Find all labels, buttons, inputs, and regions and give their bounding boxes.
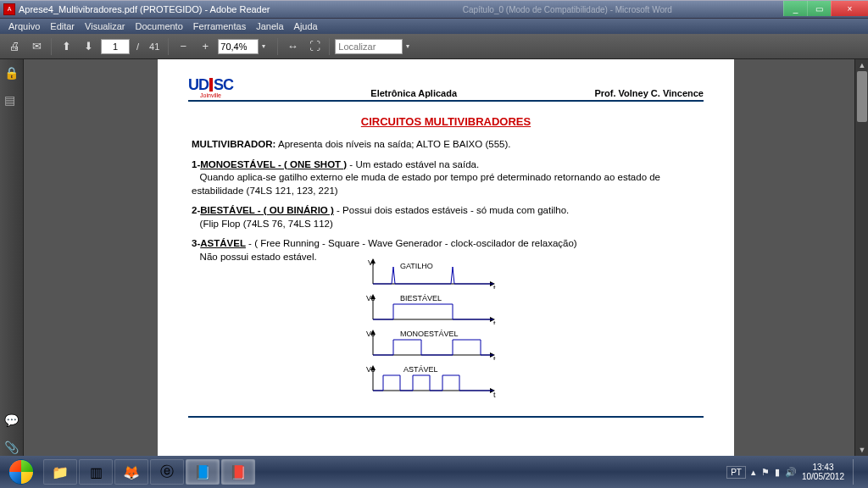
maximize-button[interactable]: ▭ [807, 1, 831, 16]
paragraph-biestavel: 2-BIESTÁVEL - ( OU BINÁRIO ) - Possui do… [192, 204, 704, 230]
svg-text:ASTÁVEL: ASTÁVEL [403, 365, 438, 374]
waveform-astavel: Vo ASTÁVEL t [366, 365, 704, 399]
window-title: Aprese4_Multivibradores.pdf (PROTEGIDO) … [19, 4, 270, 14]
toolbar-separator [329, 38, 330, 55]
scrollbar-thumb[interactable] [857, 71, 867, 122]
svg-text:t: t [493, 319, 496, 324]
paragraph-multivibrador: MULTIVIBRADOR: Apresenta dois níveis na … [192, 138, 704, 152]
comment-icon[interactable]: 💬 [4, 413, 19, 429]
menu-editar[interactable]: Editar [45, 21, 80, 31]
taskbar-adobe-reader[interactable]: 📕 [221, 459, 255, 485]
header-course: Eletrônica Aplicada [233, 88, 594, 98]
minimize-button[interactable]: _ [783, 1, 807, 16]
fit-page-button[interactable]: ⛶ [305, 37, 324, 56]
lock-icon[interactable]: 🔒 [4, 66, 19, 81]
zoom-out-button[interactable]: − [174, 37, 192, 56]
main-area: 🔒 ▤ 💬 📎 UDSC Joinville Eletrônica Aplica… [0, 59, 868, 456]
page-down-button[interactable]: ⬇ [79, 37, 97, 56]
page-up-button[interactable]: ⬆ [57, 37, 75, 56]
pdf-icon: A [3, 3, 15, 15]
print-button[interactable]: 🖨 [5, 37, 24, 56]
system-tray: PT ▴ ⚑ ▮ 🔊 13:43 10/05/2012 [721, 459, 865, 485]
email-button[interactable]: ✉ [27, 37, 46, 56]
language-indicator[interactable]: PT [726, 466, 746, 479]
scroll-down-icon[interactable]: ▼ [855, 444, 868, 456]
svg-text:t: t [493, 391, 496, 399]
pages-panel-icon[interactable]: ▤ [4, 93, 19, 108]
paragraph-monoestavel: 1-MONOESTÁVEL - ( ONE SHOT ) - Um estado… [192, 158, 704, 198]
vertical-scrollbar[interactable]: ▲ ▼ [854, 59, 868, 456]
waveform-diagrams: Vi GATILHO t Vo BIESTÁVEL [366, 258, 704, 399]
page-footer-line [188, 416, 704, 418]
attachment-icon[interactable]: 📎 [4, 441, 19, 456]
page-separator: / [133, 42, 142, 52]
tray-volume-icon[interactable]: 🔊 [785, 467, 797, 478]
svg-text:t: t [493, 284, 496, 289]
toolbar: 🖨 ✉ ⬆ ⬇ / 41 − + ▾ ↔ ⛶ ▾ [0, 34, 868, 59]
background-window-title: Capítulo_0 (Modo de Compatibilidade) - M… [463, 5, 672, 14]
menu-ajuda[interactable]: Ajuda [289, 21, 323, 31]
windows-logo-icon [8, 459, 34, 485]
taskbar-explorer[interactable]: 📁 [43, 459, 77, 485]
menu-janela[interactable]: Janela [251, 21, 288, 31]
tray-flag-icon[interactable]: ⚑ [761, 467, 770, 478]
pdf-page: UDSC Joinville Eletrônica Aplicada Prof.… [158, 59, 734, 456]
taskbar-firefox[interactable]: 🦊 [114, 459, 148, 485]
window-buttons: _ ▭ × [783, 1, 868, 16]
search-dropdown-icon[interactable]: ▾ [406, 42, 416, 50]
taskbar-mediaplayer[interactable]: ▥ [79, 459, 113, 485]
start-button[interactable] [3, 458, 39, 485]
close-button[interactable]: × [831, 1, 868, 16]
scroll-up-icon[interactable]: ▲ [855, 59, 868, 71]
page-total: 41 [146, 42, 163, 52]
svg-text:GATILHO: GATILHO [400, 262, 433, 270]
page-header: UDSC Joinville Eletrônica Aplicada Prof.… [188, 76, 704, 102]
document-viewport[interactable]: UDSC Joinville Eletrônica Aplicada Prof.… [24, 59, 868, 456]
menu-documento[interactable]: Documento [131, 21, 188, 31]
waveform-gatilho: Vi GATILHO t [366, 258, 704, 289]
tray-clock[interactable]: 13:43 10/05/2012 [802, 463, 844, 481]
waveform-biestavel: Vo BIESTÁVEL t [366, 294, 704, 324]
menu-ferramentas[interactable]: Ferramentas [188, 21, 251, 31]
sidebar: 🔒 ▤ 💬 📎 [0, 59, 24, 456]
menu-bar: Arquivo Editar Visualizar Documento Ferr… [0, 19, 868, 34]
waveform-monoestavel: Vo MONOESTÁVEL t [366, 330, 704, 360]
page-number-input[interactable] [101, 39, 130, 54]
show-desktop-button[interactable] [853, 459, 860, 485]
tray-time: 13:43 [802, 463, 844, 472]
menu-arquivo[interactable]: Arquivo [3, 21, 45, 31]
udesc-logo: UDSC Joinville [188, 76, 233, 98]
toolbar-separator [277, 38, 278, 55]
taskbar-word[interactable]: 📘 [186, 459, 220, 485]
logo-subtitle: Joinville [188, 92, 233, 98]
menu-visualizar[interactable]: Visualizar [80, 21, 131, 31]
fit-width-button[interactable]: ↔ [283, 37, 302, 56]
taskbar-ie[interactable]: ⓔ [150, 459, 184, 485]
windows-taskbar: 📁 ▥ 🦊 ⓔ 📘 📕 PT ▴ ⚑ ▮ 🔊 13:43 10/05/2012 [0, 456, 868, 488]
tray-date: 10/05/2012 [802, 472, 844, 481]
zoom-in-button[interactable]: + [196, 37, 214, 56]
svg-text:BIESTÁVEL: BIESTÁVEL [400, 294, 442, 302]
window-titlebar: A Aprese4_Multivibradores.pdf (PROTEGIDO… [0, 0, 868, 19]
tray-network-icon[interactable]: ▮ [775, 467, 780, 478]
tray-show-hidden-icon[interactable]: ▴ [751, 467, 756, 478]
svg-text:t: t [493, 355, 496, 360]
zoom-level-input[interactable] [218, 39, 259, 54]
document-title: CIRCUITOS MULTIVIBRADORES [188, 115, 704, 128]
toolbar-separator [168, 38, 169, 55]
toolbar-separator [51, 38, 52, 55]
search-input[interactable] [335, 39, 403, 54]
svg-text:MONOESTÁVEL: MONOESTÁVEL [400, 330, 459, 338]
header-professor: Prof. Volney C. Vincence [594, 88, 704, 98]
zoom-dropdown-icon[interactable]: ▾ [262, 42, 272, 50]
